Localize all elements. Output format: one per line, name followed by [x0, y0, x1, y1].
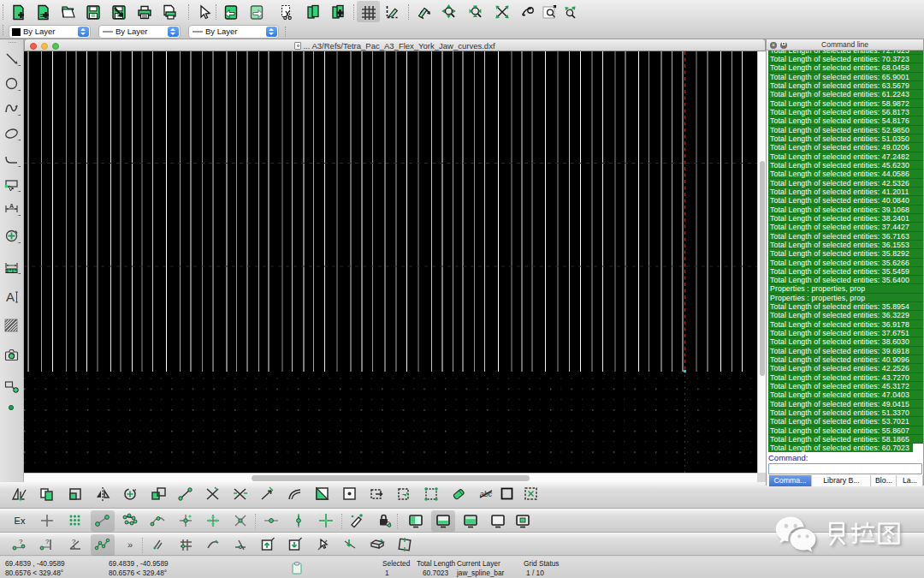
- svg-text:?: ?: [72, 538, 76, 545]
- svg-text:?: ?: [19, 538, 23, 545]
- svg-text:A: A: [6, 289, 15, 304]
- svg-text:»: »: [127, 539, 133, 550]
- svg-text:?: ?: [45, 538, 50, 545]
- svg-text:Ex: Ex: [15, 515, 26, 526]
- svg-text:A: A: [9, 203, 14, 209]
